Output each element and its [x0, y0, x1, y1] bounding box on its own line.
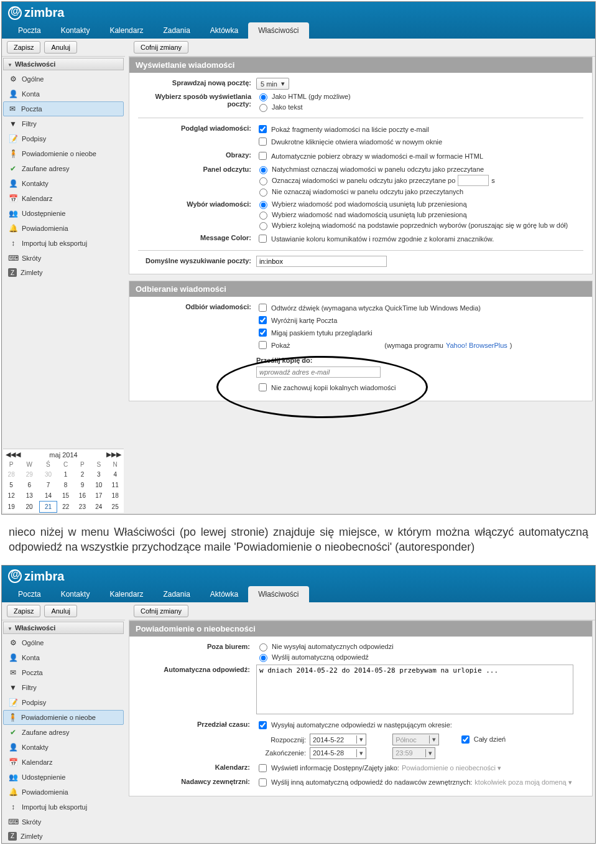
cal-prev-year-icon[interactable]: ◀◀	[6, 450, 16, 459]
period-send-check[interactable]: Wysyłaj automatyczne odpowiedzi w następ…	[256, 719, 583, 731]
sidebar-item-zaufane[interactable]: ✔Zaufane adresy	[2, 725, 125, 740]
away-no-radio[interactable]: Nie wysyłaj automatycznych odpowiedzi	[256, 642, 583, 651]
away-yes-input[interactable]	[259, 654, 267, 662]
cal-day[interactable]: 16	[74, 490, 90, 502]
cal-day[interactable]: 6	[19, 480, 39, 490]
sidebar-item-ogolne[interactable]: ⚙Ogólne	[2, 72, 125, 86]
tab-poczta[interactable]: Poczta	[8, 22, 51, 39]
cancel-button[interactable]: Anuluj	[44, 605, 77, 617]
start-time-picker[interactable]: Północ▾	[392, 734, 439, 745]
sidebar-item-kalendarz[interactable]: 📅Kalendarz	[2, 191, 125, 206]
cal-day[interactable]: 22	[57, 502, 74, 513]
cal-day[interactable]: 4	[107, 469, 124, 480]
cal-day[interactable]: 17	[91, 490, 107, 502]
display-text-input[interactable]	[259, 104, 267, 112]
cal-day[interactable]: 7	[39, 480, 57, 490]
ext-domain-value[interactable]: ktokolwiek poza moją domeną ▾	[474, 778, 572, 786]
cal-day[interactable]: 30	[39, 469, 57, 480]
cal-busy-input[interactable]	[259, 764, 267, 772]
flash-title-input[interactable]	[259, 329, 267, 337]
tab-kontakty[interactable]: Kontakty	[51, 586, 100, 602]
preview-dblclick-check[interactable]: Dwukrotne kliknięcie otwiera wiadomość w…	[256, 136, 583, 147]
reading-after-seconds[interactable]	[458, 175, 489, 186]
tab-wlasciwosci[interactable]: Właściwości	[248, 586, 308, 602]
cal-day[interactable]: 8	[57, 480, 74, 490]
tab-poczta[interactable]: Poczta	[8, 586, 51, 602]
play-sound-check[interactable]: Odtwórz dźwięk (wymagana wtyczka QuickTi…	[256, 302, 583, 314]
sidebar-item-powiadomienia[interactable]: 🔔Powiadomienia	[2, 221, 125, 236]
sidebar-item-kontakty[interactable]: 👤Kontakty	[2, 176, 125, 191]
cal-day[interactable]: 25	[107, 502, 124, 513]
ext-send-input[interactable]	[259, 778, 267, 786]
save-button[interactable]: Zapisz	[7, 41, 40, 54]
sidebar-item-skroty[interactable]: ⌨Skróty	[2, 814, 125, 829]
select-prev-radio[interactable]: Wybierz kolejną wiadomość na podstawie p…	[256, 220, 583, 230]
check-interval-dropdown[interactable]: 5 min ▾	[256, 78, 289, 90]
undo-button[interactable]: Cofnij zmiany	[134, 41, 188, 54]
tab-zadania[interactable]: Zadania	[153, 22, 200, 39]
tab-kalendarz[interactable]: Kalendarz	[100, 586, 153, 602]
cal-day[interactable]: 9	[74, 480, 90, 490]
sidebar-item-ogolne[interactable]: ⚙Ogólne	[2, 635, 125, 650]
cal-day[interactable]: 2	[74, 469, 90, 480]
cal-day[interactable]: 13	[19, 490, 39, 502]
sidebar-item-skroty[interactable]: ⌨Skróty	[2, 251, 125, 266]
cal-day[interactable]: 12	[3, 490, 19, 502]
cal-day[interactable]: 15	[57, 490, 74, 502]
sidebar-header[interactable]: Właściwości	[3, 58, 124, 70]
sidebar-item-poczta[interactable]: ✉Poczta	[2, 665, 125, 680]
popup-input[interactable]	[259, 341, 267, 349]
select-above-radio[interactable]: Wybierz wiadomość nad wiadomością usunię…	[256, 210, 583, 220]
select-below-input[interactable]	[259, 201, 267, 209]
cal-day[interactable]: 11	[107, 480, 124, 490]
msgcolor-check[interactable]: Ustawianie koloru komunikatów i rozmów z…	[256, 233, 583, 245]
cal-day[interactable]: 14	[39, 490, 57, 502]
cal-day[interactable]: 20	[19, 502, 39, 513]
tab-kalendarz[interactable]: Kalendarz	[100, 22, 153, 39]
sidebar-item-zimlety[interactable]: ZZimlety	[2, 829, 125, 843]
sidebar-item-filtry[interactable]: ▼Filtry	[2, 116, 125, 131]
sidebar-item-podpisy[interactable]: 📝Podpisy	[2, 695, 125, 710]
msgcolor-input[interactable]	[259, 235, 267, 243]
away-yes-radio[interactable]: Wyślij automatyczną odpowiedź	[256, 652, 583, 662]
tab-aktowka[interactable]: Aktówka	[200, 22, 248, 39]
cal-day-today[interactable]: 21	[39, 502, 57, 513]
sidebar-item-kontakty[interactable]: 👤Kontakty	[2, 740, 125, 755]
cal-prev-month-icon[interactable]: ◀	[16, 450, 21, 459]
sidebar-item-konta[interactable]: 👤Konta	[2, 86, 125, 101]
reading-after-input[interactable]	[259, 177, 267, 185]
away-no-input[interactable]	[259, 643, 267, 651]
display-html-input[interactable]	[259, 93, 267, 101]
reading-immediate-radio[interactable]: Natychmiast oznaczaj wiadomości w panelu…	[256, 164, 583, 174]
tab-zadania[interactable]: Zadania	[153, 586, 200, 602]
end-date-picker[interactable]: 2014-5-28▾	[310, 747, 366, 759]
cal-day[interactable]: 3	[91, 469, 107, 480]
cal-busy-value[interactable]: Powiadomienie o nieobecności ▾	[402, 764, 501, 772]
sidebar-item-filtry[interactable]: ▼Filtry	[2, 680, 125, 695]
cal-day[interactable]: 18	[107, 490, 124, 502]
cancel-button[interactable]: Anuluj	[44, 41, 77, 54]
cal-busy-check[interactable]: Wyświetl informację Dostępny/Zajęty jako…	[256, 762, 583, 774]
browserplus-link[interactable]: Yahoo! BrowserPlus	[446, 342, 507, 349]
select-above-input[interactable]	[259, 212, 267, 220]
display-html-radio[interactable]: Jako HTML (gdy możliwe)	[256, 91, 583, 101]
preview-dblclick-input[interactable]	[259, 138, 267, 146]
images-auto-check[interactable]: Automatycznie pobierz obrazy w wiadomośc…	[256, 150, 583, 162]
undo-button[interactable]: Cofnij zmiany	[134, 605, 188, 617]
allday-check[interactable]: Cały dzień	[459, 734, 506, 745]
no-local-copy-input[interactable]	[259, 383, 267, 391]
ext-send-check[interactable]: Wyślij inną automatyczną odpowiedź do na…	[256, 777, 583, 788]
cal-next-year-icon[interactable]: ▶▶	[111, 450, 121, 459]
sidebar-item-udostepnienie[interactable]: 👥Udostępnienie	[2, 206, 125, 221]
display-text-radio[interactable]: Jako tekst	[256, 102, 583, 112]
highlight-tab-input[interactable]	[259, 316, 267, 324]
cal-day[interactable]: 23	[74, 502, 90, 513]
save-button[interactable]: Zapisz	[7, 605, 40, 617]
tab-kontakty[interactable]: Kontakty	[51, 22, 100, 39]
cal-day[interactable]: 24	[91, 502, 107, 513]
tab-aktowka[interactable]: Aktówka	[200, 586, 248, 602]
sidebar-item-udostepnienie[interactable]: 👥Udostępnienie	[2, 770, 125, 785]
play-sound-input[interactable]	[259, 304, 267, 312]
reading-immediate-input[interactable]	[259, 166, 267, 174]
sidebar-item-poczta[interactable]: ✉Poczta	[3, 101, 124, 116]
